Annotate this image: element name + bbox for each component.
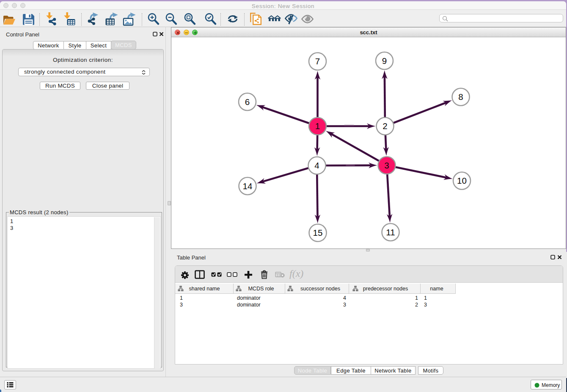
svg-text:1: 1: [315, 121, 320, 131]
svg-text:7: 7: [315, 56, 320, 66]
svg-text:11: 11: [386, 227, 395, 237]
svg-text:4: 4: [314, 160, 319, 170]
svg-text:2: 2: [383, 121, 387, 131]
svg-text:8: 8: [458, 92, 463, 102]
svg-text:9: 9: [382, 56, 387, 66]
svg-text:15: 15: [313, 228, 323, 237]
svg-text:14: 14: [243, 181, 253, 191]
svg-text:6: 6: [245, 97, 250, 107]
svg-text:3: 3: [384, 160, 389, 170]
svg-text:10: 10: [457, 176, 467, 185]
